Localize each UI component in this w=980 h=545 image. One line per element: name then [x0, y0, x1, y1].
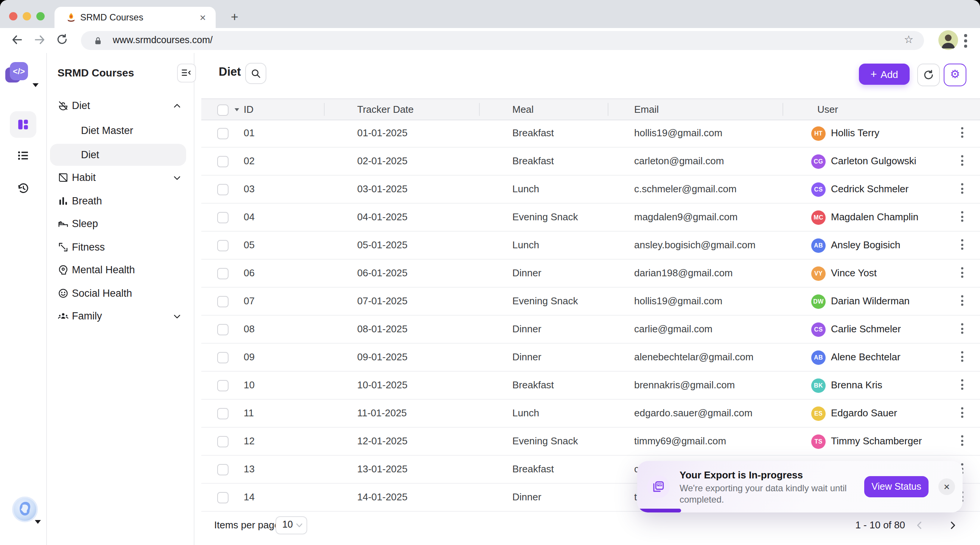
browser-profile-avatar[interactable] — [939, 30, 958, 50]
traffic-light-minimize[interactable] — [23, 12, 31, 21]
toast-close-icon[interactable]: ✕ — [939, 478, 955, 495]
forward-icon[interactable] — [32, 33, 47, 48]
row-checkbox[interactable] — [217, 324, 229, 335]
cell-meal: Evening Snack — [512, 428, 578, 455]
user-avatar: BK — [811, 378, 826, 392]
sidebar-item-diet[interactable]: Diet — [46, 95, 194, 116]
row-checkbox[interactable] — [217, 408, 229, 419]
row-checkbox[interactable] — [217, 240, 229, 251]
back-icon[interactable] — [9, 33, 24, 48]
row-checkbox[interactable] — [217, 352, 229, 363]
app-logo[interactable]: </> — [10, 62, 28, 80]
row-actions-kebab[interactable] — [958, 239, 966, 252]
cell-id: 11 — [244, 400, 254, 427]
row-checkbox[interactable] — [217, 156, 229, 167]
row-checkbox[interactable] — [217, 184, 229, 195]
settings-button[interactable]: ⚙ — [944, 64, 966, 86]
view-status-button[interactable]: View Status — [864, 476, 929, 497]
tab-close-icon[interactable]: × — [196, 11, 210, 24]
column-header-user: User — [817, 99, 838, 120]
app-logo-caret-icon[interactable] — [33, 83, 38, 87]
row-actions-kebab[interactable] — [958, 183, 966, 196]
cell-meal: Breakfast — [512, 456, 554, 483]
cell-tracker-date: 12-01-2025 — [357, 428, 407, 455]
row-checkbox[interactable] — [217, 128, 229, 139]
diet-icon — [57, 100, 69, 111]
url-bar[interactable]: www.srmdcourses.com/ ☆ — [81, 31, 924, 50]
dashboard-icon[interactable] — [17, 118, 30, 131]
reload-icon[interactable] — [54, 33, 70, 48]
list-icon[interactable] — [17, 149, 30, 162]
row-actions-kebab[interactable] — [958, 351, 966, 364]
add-button-label: Add — [880, 69, 898, 80]
browser-tab[interactable]: SRMD Courses × — [54, 7, 216, 28]
row-actions-kebab[interactable] — [958, 295, 966, 308]
row-checkbox[interactable] — [217, 492, 229, 504]
profile-caret-icon[interactable] — [35, 520, 41, 524]
sidebar: SRMD Courses Diet Diet Master Diet — [46, 53, 194, 545]
row-actions-kebab[interactable] — [958, 379, 966, 392]
add-button[interactable]: +Add — [859, 64, 910, 85]
select-all-caret-icon[interactable] — [235, 108, 239, 111]
cell-tracker-date: 11-01-2025 — [357, 400, 407, 427]
row-checkbox[interactable] — [217, 464, 229, 475]
row-actions-kebab[interactable] — [958, 155, 966, 168]
user-profile-avatar[interactable] — [12, 497, 38, 522]
bookmark-star-icon[interactable]: ☆ — [904, 33, 913, 45]
row-checkbox[interactable] — [217, 212, 229, 223]
sidebar-item-diet-master[interactable]: Diet Master — [46, 120, 194, 142]
sidebar-collapse-button[interactable] — [177, 64, 196, 83]
row-checkbox[interactable] — [217, 296, 229, 307]
row-checkbox[interactable] — [217, 436, 229, 447]
new-tab-button[interactable]: + — [224, 7, 245, 28]
row-actions-kebab[interactable] — [958, 435, 966, 448]
traffic-light-zoom[interactable] — [36, 12, 45, 21]
row-checkbox[interactable] — [217, 268, 229, 279]
sidebar-item-sleep[interactable]: Sleep — [46, 213, 194, 235]
row-actions-kebab[interactable] — [958, 211, 966, 224]
cell-id: 07 — [244, 288, 255, 315]
cell-email: c.schmeler@gmail.com — [634, 175, 737, 203]
mental-health-icon — [57, 264, 69, 276]
sidebar-item-breath[interactable]: Breath — [46, 190, 194, 212]
sidebar-item-label: Diet — [72, 95, 90, 116]
column-divider — [608, 103, 608, 116]
sidebar-item-diet-active[interactable]: Diet — [50, 144, 186, 166]
search-button[interactable] — [245, 63, 266, 84]
browser-menu-icon[interactable] — [964, 34, 967, 50]
cell-tracker-date: 14-01-2025 — [357, 484, 407, 511]
sidebar-item-label: Breath — [72, 190, 102, 212]
cell-id: 01 — [244, 120, 255, 147]
traffic-light-close[interactable] — [9, 12, 18, 21]
chevron-right-icon — [947, 520, 958, 531]
left-icon-rail: </> — [0, 53, 47, 545]
user-avatar: MC — [811, 210, 826, 225]
cell-email: t — [634, 484, 637, 511]
next-page-button[interactable] — [945, 517, 961, 534]
refresh-button[interactable] — [917, 64, 940, 86]
items-per-page-select[interactable]: 10 — [275, 516, 307, 534]
cell-email: carlie@gmail.com — [634, 316, 713, 343]
row-actions-kebab[interactable] — [958, 267, 966, 280]
previous-page-button[interactable] — [911, 517, 928, 534]
pdf-icon: PDF — [647, 475, 670, 498]
select-all-checkbox[interactable] — [217, 104, 229, 115]
cell-email: ansley.bogisich@gmail.com — [634, 232, 756, 259]
sidebar-item-habit[interactable]: Habit — [46, 167, 194, 188]
refresh-icon — [923, 69, 934, 81]
cell-user-name: Cedrick Schmeler — [831, 175, 908, 203]
sidebar-item-fitness[interactable]: Fitness — [46, 236, 194, 258]
page-title: Diet — [219, 65, 241, 79]
sidebar-item-mental-health[interactable]: Mental Health — [46, 259, 194, 281]
user-avatar: TS — [811, 434, 826, 448]
cell-user-name: Magdalen Champlin — [831, 204, 918, 231]
row-checkbox[interactable] — [217, 380, 229, 391]
sidebar-item-social-health[interactable]: Social Health — [46, 282, 194, 304]
sidebar-item-family[interactable]: Family — [46, 305, 194, 327]
history-icon[interactable] — [17, 182, 30, 194]
cell-id: 02 — [244, 148, 255, 175]
row-actions-kebab[interactable] — [958, 407, 966, 420]
url-text: www.srmdcourses.com/ — [113, 35, 213, 45]
row-actions-kebab[interactable] — [958, 127, 966, 140]
row-actions-kebab[interactable] — [958, 323, 966, 336]
